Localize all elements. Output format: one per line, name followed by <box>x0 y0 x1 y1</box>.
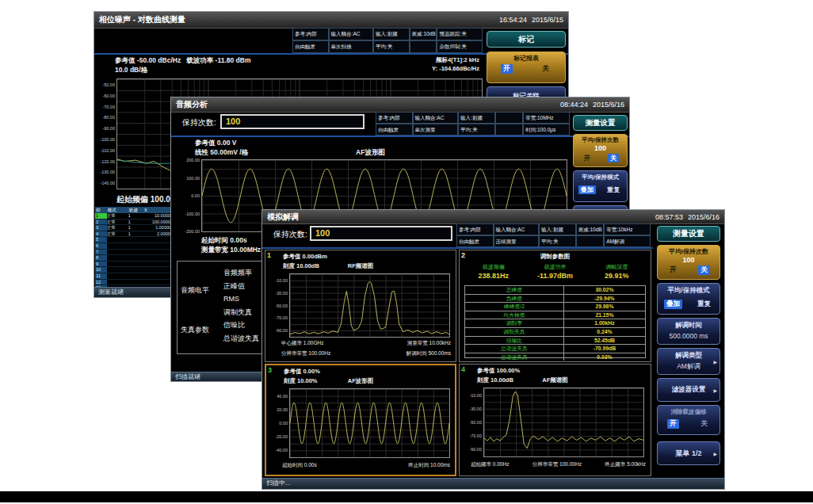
marker-row-cell: 6 <box>95 243 107 249</box>
marker-row-cell: 1 <box>128 231 143 237</box>
panel-af-spectrum[interactable]: 4 参考值 100.00% 刻度 10.00dB AF频谱图 -10.00-30… <box>459 364 651 476</box>
y-tick-label: -10.00 <box>275 278 288 283</box>
reference-readout: 参考值 -50.00 dBc/Hz 载波功率 -11.80 dBm <box>115 56 250 66</box>
status-cell <box>495 124 524 136</box>
demod-time-button[interactable]: 解调时间 500.0000 ms <box>657 318 720 345</box>
summary-col: 载波功率-11.97dBm <box>525 263 586 280</box>
y-tick-label: -50.00 <box>275 304 288 308</box>
menu-header-measure-setup[interactable]: 测量设置 <box>573 115 628 131</box>
mode-repeat[interactable]: 重复 <box>695 300 713 309</box>
summary-col: 载波频偏238.81Hz <box>463 263 525 280</box>
y-tick-label: 100.00 <box>186 176 200 181</box>
toggle-on[interactable]: 开 <box>582 154 593 162</box>
marker-row-cell <box>128 255 143 261</box>
marker-row-cell <box>107 250 128 255</box>
chevron-right-icon: ▶ <box>713 451 717 456</box>
status-grid: 参考:内部输入耦合:AC输入:射频衰减:10dB预选跟踪:关自由触发单次扫描平均… <box>292 28 483 53</box>
toggle-on[interactable]: 开 <box>667 419 679 429</box>
y-tick-label: -140.00 <box>100 181 115 185</box>
panel-number: 3 <box>268 366 272 374</box>
y-tick-label: -20.00 <box>275 434 288 439</box>
filter-settings-button[interactable]: 滤波器设置 ▶ <box>657 378 720 402</box>
hold-count-input[interactable]: 100 <box>220 114 365 129</box>
avg-hold-count-button[interactable]: 平均/保持次数 100 开关 <box>657 245 720 280</box>
titlebar-demod[interactable]: 模拟解调 08:57:532015/6/16 <box>262 210 724 224</box>
status-cell: 单次测量 <box>413 124 459 136</box>
start-time-label: 起始时间 0.00s <box>282 462 317 469</box>
toggle-off[interactable]: 关 <box>540 64 552 74</box>
date-text: 2015/6/16 <box>688 213 719 221</box>
y-tick-label: -200.00 <box>185 229 200 234</box>
marker-row-cell: 11 <box>95 273 107 279</box>
toggle-off[interactable]: 关 <box>608 154 619 162</box>
y-tick-label: -70.00 <box>469 433 482 438</box>
carrier-offset-button[interactable]: 消除载波偏移 开关 <box>657 405 720 435</box>
status-cell: 参考:内部 <box>456 223 494 235</box>
hold-count-input[interactable]: 100 <box>310 226 452 241</box>
panel-mod-params[interactable]: 2 调制参数图 载波频偏238.81Hz载波功率-11.97dBm调幅深度29.… <box>459 250 651 362</box>
panel-rf-spectrum[interactable]: 1 参考值 0.00dBm 刻度 10.00dB RF频谱图 -10.00-30… <box>265 250 456 362</box>
status-cell: 输入耦合:AC <box>413 112 459 124</box>
marker-row-cell: 正常 <box>107 225 128 231</box>
mode-overlay[interactable]: 叠加 <box>664 300 682 309</box>
window-title: 相位噪声 - 对数曲线测量 <box>99 14 185 25</box>
button-label: 平均/保持模式 <box>658 284 719 296</box>
param-row-cell: 负峰值 <box>465 295 564 303</box>
plot-title: AF波形图 <box>266 377 455 385</box>
menu-header-measure-setup[interactable]: 测量设置 <box>657 226 720 242</box>
toggle-on[interactable]: 开 <box>667 265 679 275</box>
param-row-cell: 30.02% <box>564 286 645 294</box>
mode-overlay[interactable]: 叠加 <box>578 185 596 194</box>
titlebar-audio[interactable]: 音频分析 08:44:242015/6/16 <box>171 97 629 113</box>
time-text: 08:44:24 <box>560 101 588 109</box>
scale-readout: 10.0 dB/格 <box>115 66 147 75</box>
button-label: 消除载波偏移 <box>658 406 719 416</box>
marker-row-cell: 正常 <box>107 213 128 219</box>
panel-af-waveform[interactable]: 3 参考值 0.00% 刻度 10.00% AF波形图 40.0020.000.… <box>265 364 456 476</box>
status-cell: 输入耦合:AC <box>494 223 540 235</box>
marker-row-cell: 10 <box>95 267 107 273</box>
marker-row-cell <box>128 273 143 279</box>
status-cell: 输入:射频 <box>539 223 576 235</box>
menu-page-button[interactable]: 菜单 1/2 ▶ <box>657 441 720 465</box>
param-row-cell: 0.03% <box>564 353 645 361</box>
marker-row-cell <box>107 262 128 267</box>
demod-type-button[interactable]: 解调类型 AM解调 ▶ <box>657 348 720 375</box>
toggle-off[interactable]: 关 <box>698 419 710 429</box>
titlebar-phase-noise[interactable]: 相位噪声 - 对数曲线测量 16:54:242015/6/15 <box>94 12 568 29</box>
result-item: 总谐波失真 <box>223 332 259 346</box>
status-cell: 预选跟踪:关 <box>437 28 483 40</box>
summary-col-cell: 载波功率 <box>525 263 586 271</box>
y-tick-label: -130.00 <box>100 170 115 174</box>
marker-row-cell: 1 <box>128 213 143 219</box>
marker-report-button[interactable]: 标记报表 开关 <box>487 52 566 83</box>
button-label: 滤波器设置 <box>658 379 719 395</box>
status-cell: 衰减:10dB <box>576 223 605 235</box>
status-cell: 参考:内部 <box>376 112 413 124</box>
marker-row-cell: 3 <box>95 225 107 231</box>
toggle-on[interactable]: 开 <box>501 64 513 74</box>
avg-hold-mode-button[interactable]: 平均/保持模式 叠加重复 <box>657 283 720 315</box>
marker-row-cell <box>107 267 128 273</box>
panel-number: 1 <box>267 251 271 259</box>
param-row: 调制率1.00kHz <box>465 319 645 327</box>
param-row-cell: 0.24% <box>564 328 645 336</box>
y-tick-label: -50.00 <box>469 420 482 425</box>
button-label: 解调时间 <box>658 319 719 330</box>
param-row-cell: 29.98% <box>564 303 645 311</box>
param-row-cell: 调制率 <box>465 319 564 327</box>
rbw-label: 分辨率带宽 100.00Hz <box>532 461 582 468</box>
avg-hold-count-button[interactable]: 平均/保持次数 100 开关 <box>573 134 628 167</box>
bottom-band <box>0 491 813 502</box>
marker-row-cell: 8 <box>95 255 107 261</box>
param-row: 峰峰值/229.98% <box>465 302 645 311</box>
button-label: 平均/保持次数 <box>658 246 719 256</box>
menu-header-marker[interactable]: 标记 <box>487 31 566 48</box>
toggle-off[interactable]: 关 <box>698 265 710 275</box>
avg-hold-mode-button[interactable]: 平均/保持模式 叠加重复 <box>573 170 628 202</box>
button-label: 菜单 1/2 <box>658 442 719 459</box>
mode-repeat[interactable]: 重复 <box>605 185 622 194</box>
hold-count-label: 保持次数: <box>273 229 307 240</box>
marker-row-cell <box>107 255 128 261</box>
summary-col-cell: 载波频偏 <box>463 263 525 271</box>
